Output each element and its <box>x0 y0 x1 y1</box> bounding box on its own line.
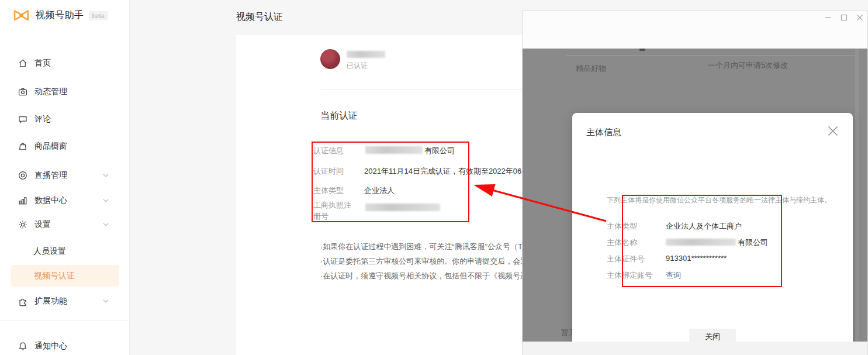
dialog-intro-text: 下列主体将是你使用微信公众平台各项服务的唯一法律主体与缔约主体。 <box>607 195 831 205</box>
redacted-company-name <box>666 239 736 246</box>
field-value: 企业法人 <box>364 185 395 196</box>
camera-icon <box>18 87 28 97</box>
query-link[interactable]: 查询 <box>666 270 681 281</box>
sidebar-item-home[interactable]: 首页 <box>18 56 51 70</box>
sidebar-item-label: 直播管理 <box>34 170 67 181</box>
sidebar-item-live-management[interactable]: 直播管理 <box>18 168 67 182</box>
sidebar-divider <box>0 320 130 320</box>
channels-bowtie-icon <box>12 8 31 23</box>
screen: 视频号助手 beta 首页 动态管理 评论 商品橱窗 直播管理 数据中心 <box>0 0 868 355</box>
field-label: 主体绑定账号 <box>607 270 652 281</box>
sidebar-item-label: 设置 <box>34 219 51 230</box>
minimize-button[interactable] <box>824 13 832 22</box>
sidebar-item-product-showcase[interactable]: 商品橱窗 <box>18 139 67 153</box>
gear-icon <box>18 219 28 230</box>
close-icon <box>827 125 839 137</box>
field-value: 913301************ <box>666 254 727 263</box>
field-label: 工商执照注册号 <box>313 199 354 222</box>
chevron-down-icon <box>103 299 109 303</box>
field-value: 2021年11月14日完成认证，有效期至2022年06月11日 <box>364 166 545 177</box>
sidebar-item-settings[interactable]: 设置 <box>18 218 51 232</box>
sidebar-item-label: 评论 <box>34 114 51 125</box>
dialog-close-button[interactable] <box>825 123 841 139</box>
page-title: 视频号认证 <box>236 11 283 23</box>
sidebar-item-label: 人员设置 <box>33 246 66 257</box>
bell-icon <box>18 341 28 351</box>
verified-status: 已认证 <box>347 61 368 71</box>
chevron-down-icon <box>103 223 109 226</box>
bar-chart-icon <box>18 195 28 206</box>
close-dialog-button[interactable]: 关闭 <box>689 329 736 342</box>
sidebar-item-label: 扩展功能 <box>34 296 67 306</box>
beta-badge: beta <box>89 11 108 20</box>
overlay-app-window: 精品好物 一个月内可申请5次修改 暂无 可将团队的相关公众号添加展示在小程序的资… <box>522 11 868 355</box>
window-titlebar <box>523 11 867 49</box>
chevron-down-icon <box>103 174 109 177</box>
window-bottom-strip <box>523 342 867 355</box>
section-title: 当前认证 <box>320 110 358 122</box>
redacted-company-name <box>365 146 423 154</box>
live-record-icon <box>18 170 28 181</box>
app-logo: 视频号助手 beta <box>12 8 108 23</box>
redacted-account-name <box>347 51 385 58</box>
scrollbar <box>855 49 859 342</box>
field-label: 主体类型 <box>607 221 637 232</box>
maximize-button[interactable] <box>840 13 848 22</box>
sidebar-item-label: 商品橱窗 <box>34 141 67 151</box>
field-label: 主体类型 <box>313 185 344 196</box>
puzzle-icon <box>18 296 28 306</box>
app-title: 视频号助手 <box>36 9 84 22</box>
field-value: 有限公司 <box>738 237 768 248</box>
dialog-title: 主体信息 <box>586 127 621 138</box>
maximize-icon <box>841 14 848 21</box>
sidebar-item-label: 动态管理 <box>34 87 67 97</box>
subject-info-dialog: 主体信息 下列主体将是你使用微信公众平台各项服务的唯一法律主体与缔约主体。 主体… <box>572 113 853 342</box>
background-marker <box>639 49 645 51</box>
sidebar-item-label: 视频号认证 <box>34 271 75 281</box>
field-value: 企业法人及个体工商户 <box>666 221 742 232</box>
redacted-license-number <box>365 204 440 211</box>
field-label: 主体证件号 <box>607 254 645 264</box>
background-text: 一个月内可申请5次修改 <box>708 60 788 71</box>
shopping-bag-icon <box>18 141 28 151</box>
sidebar-item-data-center[interactable]: 数据中心 <box>18 194 67 208</box>
minimize-icon <box>825 14 832 21</box>
background-divider <box>566 55 856 56</box>
sidebar-item-feed-management[interactable]: 动态管理 <box>18 85 67 99</box>
window-close-button[interactable] <box>856 13 864 22</box>
sidebar-item-extensions[interactable]: 扩展功能 <box>18 294 67 308</box>
close-icon <box>856 14 863 21</box>
sidebar-item-label: 通知中心 <box>34 341 67 351</box>
footnote: ·如果你在认证过程中遇到困难，可关注“腾讯客服”公众号（Tencent_ <box>320 242 549 252</box>
sidebar-item-staff-settings[interactable]: 人员设置 <box>33 244 66 259</box>
field-label: 认证信息 <box>313 145 344 156</box>
sidebar: 视频号助手 beta 首页 动态管理 评论 商品橱窗 直播管理 数据中心 <box>0 0 130 355</box>
sidebar-item-comments[interactable]: 评论 <box>18 112 51 126</box>
sidebar-item-label: 首页 <box>34 58 51 68</box>
background-text: 精品好物 <box>576 63 606 74</box>
avatar <box>320 49 340 69</box>
field-value: 有限公司 <box>424 145 455 156</box>
home-icon <box>18 58 28 68</box>
field-label: 认证时间 <box>313 166 344 177</box>
sidebar-item-channel-verification[interactable]: 视频号认证 <box>11 265 119 287</box>
chevron-down-icon <box>103 199 109 202</box>
field-label: 主体名称 <box>607 237 637 248</box>
sidebar-item-label: 数据中心 <box>34 195 67 206</box>
window-controls <box>824 13 864 22</box>
sidebar-item-notification-center[interactable]: 通知中心 <box>18 339 67 353</box>
dimmed-backdrop: 精品好物 一个月内可申请5次修改 暂无 可将团队的相关公众号添加展示在小程序的资… <box>523 49 867 342</box>
comment-icon <box>18 114 28 125</box>
